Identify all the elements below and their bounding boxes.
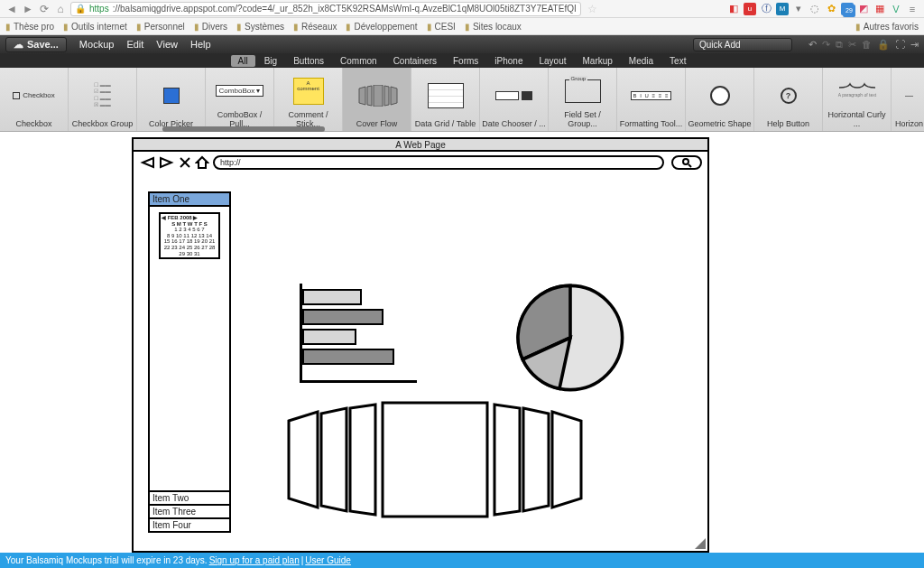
shelf-formatting[interactable]: B I U ≡ ≡ ≡Formatting Tool...	[617, 68, 686, 131]
category-containers[interactable]: Containers	[386, 55, 444, 67]
close-panel-icon[interactable]: ⇥	[910, 39, 919, 51]
address-bar[interactable]: 🔒 https ://balsamiqgdrive.appspot.com/?c…	[70, 2, 581, 16]
sidebar-item-two[interactable]: Item Two	[150, 490, 229, 504]
mock-coverflow[interactable]	[282, 401, 588, 518]
menu-edit[interactable]: Edit	[126, 39, 143, 50]
svg-rect-2	[374, 85, 383, 107]
category-iphone[interactable]: iPhone	[487, 55, 530, 67]
folder-icon: ▮	[427, 22, 432, 32]
shelf-fieldset[interactable]: GroupField Set / Group...	[549, 68, 617, 131]
curly-brace-icon: A paragraph of text	[837, 82, 877, 100]
mock-sidebar[interactable]: Item One ◀ FEB 2008 ▶ S M T W T F S 1 2 …	[148, 191, 231, 533]
bookmark-folder[interactable]: ▮Outils internet	[63, 22, 127, 32]
home-icon[interactable]	[195, 155, 209, 170]
trial-text: Your Balsamiq Mockups trial will expire …	[5, 555, 208, 565]
svg-marker-10	[197, 157, 208, 168]
ext-icon[interactable]: V	[890, 3, 902, 15]
shelf-geometric[interactable]: Geometric Shape	[686, 68, 754, 131]
copy-icon[interactable]: ⧉	[836, 39, 843, 51]
bookmark-folder[interactable]: ▮Sites locaux	[465, 22, 522, 32]
extension-icons: ◧ u ⓕ M ▾ ◌ ✿ ☁29 ◩ ▦ V ≡	[727, 3, 919, 15]
cut-icon[interactable]: ✂	[848, 39, 856, 51]
shelf-datechooser[interactable]: Date Chooser / ...	[480, 68, 549, 131]
user-guide-link[interactable]: User Guide	[305, 555, 351, 565]
ext-icon[interactable]: ▦	[873, 3, 886, 15]
bookmark-folder[interactable]: ▮Divers	[194, 22, 227, 32]
shelf-checkbox[interactable]: CheckboxCheckbox	[0, 68, 69, 131]
sidebar-item-four[interactable]: Item Four	[150, 517, 229, 531]
ext-icon[interactable]: ☁29	[841, 3, 854, 15]
bookmark-folder[interactable]: ▮CESI	[427, 22, 456, 32]
ext-icon[interactable]: ◌	[808, 3, 821, 15]
url-scheme: https	[89, 4, 109, 14]
other-bookmarks[interactable]: ▮Autres favoris	[855, 22, 919, 32]
bookmark-folder[interactable]: ▮Développement	[346, 22, 417, 32]
bookmark-star-icon[interactable]: ☆	[587, 3, 599, 15]
sidebar-item-one[interactable]: Item One	[150, 193, 229, 207]
shelf-horizon[interactable]: —Horizon	[892, 68, 924, 131]
back-arrow-icon[interactable]	[139, 155, 155, 170]
ext-icon[interactable]: ▾	[792, 3, 805, 15]
category-text[interactable]: Text	[662, 55, 693, 67]
category-markup[interactable]: Markup	[576, 55, 620, 67]
svg-marker-14	[289, 412, 318, 507]
category-buttons[interactable]: Buttons	[286, 55, 331, 67]
category-all[interactable]: All	[231, 55, 255, 67]
menu-view[interactable]: View	[156, 39, 178, 50]
shelf-datagrid[interactable]: Data Grid / Table	[411, 68, 480, 131]
menu-help[interactable]: Help	[190, 39, 211, 50]
bookmark-folder[interactable]: ▮Personnel	[136, 22, 185, 32]
redo-icon[interactable]: ↷	[822, 39, 830, 51]
sidebar-item-three[interactable]: Item Three	[150, 504, 229, 517]
forward-arrow-icon[interactable]	[159, 155, 175, 170]
back-button[interactable]: ◄	[5, 3, 18, 15]
mock-url-field[interactable]: http://	[213, 155, 664, 170]
mock-calendar[interactable]: ◀ FEB 2008 ▶ S M T W T F S 1 2 3 4 5 6 7…	[159, 212, 220, 259]
ext-icon[interactable]: ⓕ	[760, 3, 772, 15]
ext-icon[interactable]: ✿	[825, 3, 837, 15]
component-shelf-wrap: CheckboxCheckbox ☐ ▬▬☑ ▬▬☐ ▬▬☒ ▬▬Checkbo…	[0, 68, 924, 132]
ext-icon[interactable]: u	[744, 3, 756, 15]
category-layout[interactable]: Layout	[531, 55, 573, 67]
signup-link[interactable]: Sign up for a paid plan	[209, 555, 300, 565]
folder-icon: ▮	[236, 22, 242, 32]
lock-icon: 🔒	[75, 4, 86, 14]
reload-button[interactable]: ⟳	[38, 3, 51, 15]
category-common[interactable]: Common	[333, 55, 384, 67]
forward-button[interactable]: ►	[22, 3, 34, 15]
chrome-menu-icon[interactable]: ≡	[906, 3, 919, 15]
mock-bar-chart[interactable]	[300, 284, 408, 383]
bookmark-folder[interactable]: ▮Systèmes	[236, 22, 284, 32]
mock-pie-chart[interactable]	[516, 284, 624, 392]
mock-search-field[interactable]	[671, 155, 702, 170]
category-forms[interactable]: Forms	[446, 55, 485, 67]
bookmark-folder[interactable]: ▮Réseaux	[293, 22, 337, 32]
shelf-combobox[interactable]: ComboBox ▾ComboBox / Pull...	[206, 68, 274, 131]
fullscreen-icon[interactable]: ⛶	[895, 39, 905, 51]
lock-icon[interactable]: 🔒	[877, 39, 890, 51]
category-big[interactable]: Big	[257, 55, 284, 67]
home-button[interactable]: ⌂	[54, 3, 67, 15]
menu-mockup[interactable]: Mockup	[79, 39, 115, 50]
quick-add-input[interactable]: Quick Add	[693, 38, 792, 51]
shelf-hcurly[interactable]: A paragraph of textHorizontal Curly ...	[823, 68, 892, 131]
shelf-color-picker[interactable]: Color Picker	[137, 68, 206, 131]
save-button[interactable]: ☁Save...	[5, 37, 67, 52]
ext-icon[interactable]: M	[776, 3, 789, 15]
resize-grip-icon[interactable]	[695, 538, 706, 549]
shelf-help[interactable]: ?Help Button	[754, 68, 823, 131]
shelf-checkbox-group[interactable]: ☐ ▬▬☑ ▬▬☐ ▬▬☒ ▬▬Checkbox Group	[69, 68, 137, 131]
undo-icon[interactable]: ↶	[808, 39, 817, 51]
ext-icon[interactable]: ◧	[727, 3, 740, 15]
stop-icon[interactable]	[179, 156, 191, 169]
canvas[interactable]: A Web Page http:// Item One ◀ FEB 2008 ▶…	[0, 132, 924, 553]
mock-browser-window[interactable]: A Web Page http:// Item One ◀ FEB 2008 ▶…	[132, 137, 709, 553]
category-media[interactable]: Media	[622, 55, 661, 67]
folder-icon: ▮	[465, 22, 470, 32]
shelf-sticky[interactable]: A commentComment / Stick...	[274, 68, 343, 131]
delete-icon[interactable]: 🗑	[862, 39, 872, 51]
ext-icon[interactable]: ◩	[857, 3, 870, 15]
shelf-coverflow[interactable]: Cover Flow	[343, 68, 411, 131]
bookmark-folder[interactable]: ▮Thèse pro	[5, 22, 54, 32]
svg-line-12	[688, 164, 691, 167]
